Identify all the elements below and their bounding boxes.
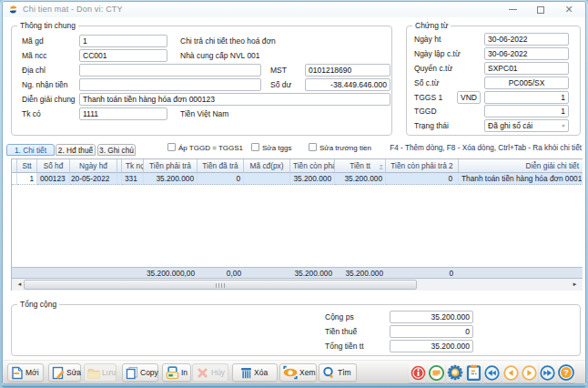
sum-sigma-icon: Σ xyxy=(380,161,383,173)
col-so-hd-header[interactable]: Số hđ xyxy=(37,159,70,173)
ngay-ht-field[interactable]: 30-06-2022 xyxy=(484,33,569,46)
info-icon xyxy=(411,365,426,381)
title-bar: Chi tien mat - Don vi: CTY ✕ xyxy=(3,2,585,17)
cancel-x-icon xyxy=(196,366,209,380)
cancel-button-label: Hủy xyxy=(211,368,225,377)
tien-thue-field[interactable]: 0 xyxy=(390,325,473,338)
totals-group: Tổng cộng Cộng ps 35.200.000 Tiền thuế 0… xyxy=(11,304,581,356)
scrollbar-thumb[interactable] xyxy=(24,280,417,290)
tggs1-field[interactable]: 1 xyxy=(484,91,569,104)
col-stt-header[interactable]: Stt xyxy=(17,159,37,173)
grid-row-1[interactable]: 1 000123 20-05-2022 331 35.200.000 0 35.… xyxy=(12,173,583,185)
col-dien-giai-header[interactable]: Diễn giải chi tiết xyxy=(459,159,583,173)
scrollbar-grip-icon xyxy=(216,283,225,288)
copy-button[interactable]: Copy xyxy=(122,363,158,382)
trang-thai-combobox[interactable]: Đã ghi sổ cái xyxy=(484,119,569,132)
tien-phai-tra-cell: 35.200.000 xyxy=(144,173,198,185)
info-button[interactable] xyxy=(409,362,427,383)
copy-button-label: Copy xyxy=(140,368,158,377)
trang-thai-label: Trạng thái xyxy=(414,121,449,130)
report-button[interactable] xyxy=(464,362,482,383)
edit-button[interactable]: Sửa xyxy=(48,363,81,382)
help-button[interactable]: ? xyxy=(557,362,575,383)
note-button[interactable] xyxy=(427,362,445,383)
new-button[interactable]: Mới xyxy=(7,363,44,382)
col-tk-no-header[interactable]: Tk nợ xyxy=(122,159,144,173)
summary-tien-tt: 35.200.000 xyxy=(335,268,386,278)
print-button[interactable]: In xyxy=(162,363,191,382)
ap-tggd-label: Áp TGGD = TGGS1 xyxy=(178,144,243,152)
nav-last-button[interactable] xyxy=(539,362,557,383)
so-du-field[interactable]: -38.449.646.000 xyxy=(305,78,390,91)
cong-ps-field[interactable]: 35.200.000 xyxy=(390,311,473,323)
tab-chi-tiet[interactable]: 1. Chi tiết xyxy=(6,144,55,156)
sua-truong-tien-checkbox[interactable] xyxy=(309,143,317,151)
col-tien-con-phai-tra-header[interactable]: Tiền còn phải trả xyxy=(290,159,335,173)
window-body: Chi tien mat - Don vi: CTY ✕ Thông tin c… xyxy=(3,2,585,383)
col-tien-tt-header[interactable]: Tiền ttΣ xyxy=(335,159,386,173)
tien-con-phai-tra-cell: 35.200.000 xyxy=(290,173,335,185)
ng-nhan-tien-field[interactable] xyxy=(79,78,261,91)
quyen-ctu-field[interactable]: SXPC01 xyxy=(484,62,569,75)
dia-chi-field[interactable] xyxy=(79,64,261,77)
search-icon xyxy=(322,366,336,380)
save-button[interactable]: Lưu xyxy=(84,363,117,382)
tggd-field[interactable]: 1 xyxy=(484,105,569,117)
window-title: Chi tien mat - Don vi: CTY xyxy=(23,5,123,14)
cancel-button[interactable]: Hủy xyxy=(192,363,228,382)
nav-first-icon xyxy=(484,365,500,381)
summary-ma-cd xyxy=(244,268,290,278)
ma-ncc-field[interactable]: CC001 xyxy=(79,49,167,62)
tab-ghi-chu[interactable]: 3. Ghi chú xyxy=(97,144,136,156)
close-button[interactable]: ✕ xyxy=(559,2,579,16)
so-ctu-field[interactable]: PC005/SX xyxy=(484,77,569,89)
maximize-button[interactable] xyxy=(531,2,551,16)
col-ngay-hd-header[interactable]: Ngày hđ xyxy=(70,159,117,173)
sua-tggs-checkbox[interactable] xyxy=(251,143,259,151)
app-window: Chi tien mat - Don vi: CTY ✕ Thông tin c… xyxy=(0,0,588,388)
find-button[interactable]: Tìm xyxy=(319,363,357,382)
window-bottom-border xyxy=(2,383,586,388)
tk-co-desc: Tiền Việt Nam xyxy=(180,109,228,118)
ma-gd-field[interactable]: 1 xyxy=(79,35,167,47)
tong-tien-tt-field[interactable]: 35.200.000 xyxy=(390,340,473,352)
gear-icon xyxy=(447,364,463,381)
ngay-ht-label: Ngày ht xyxy=(414,35,441,44)
ma-gd-label: Mã gd xyxy=(22,36,44,46)
toolbar: Mới Sửa Lưu Copy xyxy=(3,360,585,383)
quyen-ctu-label: Quyển c.từ xyxy=(414,64,452,73)
nav-prev-button[interactable] xyxy=(502,362,520,383)
col-ma-cd-header[interactable]: Mã cđ(px) xyxy=(244,159,290,173)
cong-ps-label: Cộng ps xyxy=(325,312,354,322)
copy-icon xyxy=(126,366,138,380)
delete-button[interactable]: Xóa xyxy=(232,363,278,382)
dia-chi-label: Địa chỉ xyxy=(22,66,46,75)
tggs1-currency-field[interactable]: VND xyxy=(457,91,481,104)
col-tien-phai-tra-header[interactable]: Tiền phải trả xyxy=(144,159,198,173)
mst-field[interactable]: 0101218690 xyxy=(305,64,390,77)
horizontal-scrollbar[interactable]: ◄ ► xyxy=(12,279,583,291)
col-tien-da-tra-header[interactable]: Tiền đã trả xyxy=(198,159,244,173)
summary-spacer xyxy=(12,268,144,278)
nav-first-button[interactable] xyxy=(483,362,502,383)
settings-button[interactable] xyxy=(446,362,464,383)
ap-tggd-checkbox[interactable] xyxy=(167,143,176,151)
document-group: Chứng từ Ngày ht 30-06-2022 Ngày lập c.t… xyxy=(406,26,581,136)
dien-giai-field[interactable]: Thanh toán tiền hàng hóa đơn 000123 xyxy=(79,93,390,106)
tien-da-tra-cell: 0 xyxy=(198,173,244,185)
tab-hd-thue[interactable]: 2. Hđ thuế xyxy=(56,144,96,156)
eye-icon xyxy=(283,365,298,380)
col-tien-con-phai-tra-2-header[interactable]: Tiền còn phải trả 2 xyxy=(386,159,459,173)
delete-button-label: Xóa xyxy=(254,368,268,377)
scroll-right-icon[interactable]: ► xyxy=(569,279,581,291)
print-button-label: In xyxy=(181,368,188,377)
tk-co-field[interactable]: 1111 xyxy=(79,107,167,120)
summary-tien-con-phai-tra-2: 0 xyxy=(386,268,459,278)
minimize-button[interactable] xyxy=(502,2,522,16)
so-hd-cell: 000123 xyxy=(37,173,70,185)
nav-next-button[interactable] xyxy=(520,362,538,383)
view-button[interactable]: Xem xyxy=(279,363,317,382)
tk-no-cell: 331 xyxy=(122,173,144,185)
tien-thue-label: Tiền thuế xyxy=(325,327,357,336)
ngay-lap-field[interactable]: 30-06-2022 xyxy=(484,47,569,60)
